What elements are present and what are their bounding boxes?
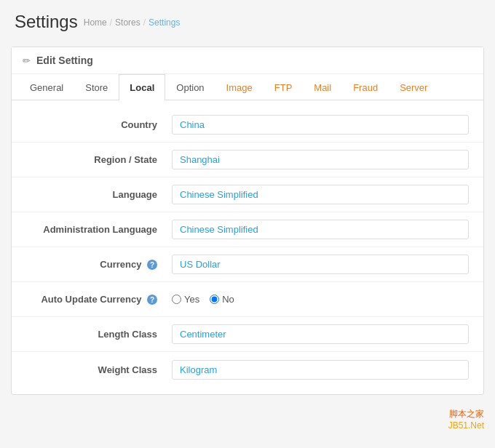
input-country[interactable] bbox=[172, 115, 469, 135]
field-currency: Currency ? bbox=[12, 247, 483, 282]
tab-server[interactable]: Server bbox=[389, 74, 438, 100]
label-currency: Currency ? bbox=[26, 259, 172, 271]
page-title: Settings bbox=[15, 12, 78, 32]
breadcrumb-sep-2: / bbox=[143, 17, 146, 28]
card-header: ✏ Edit Setting bbox=[12, 47, 483, 74]
tab-mail[interactable]: Mail bbox=[303, 74, 342, 100]
page-header: Settings Home / Stores / Settings bbox=[0, 0, 495, 39]
label-country: Country bbox=[26, 119, 172, 130]
breadcrumb: Home / Stores / Settings bbox=[84, 17, 181, 28]
field-weight-class: Weight Class bbox=[12, 352, 483, 387]
value-length-class bbox=[172, 324, 469, 344]
card-header-title: Edit Setting bbox=[36, 55, 93, 66]
radio-yes-label[interactable]: Yes bbox=[172, 294, 199, 305]
settings-card: ✏ Edit Setting General Store Local Optio… bbox=[11, 47, 484, 395]
tab-image[interactable]: Image bbox=[215, 74, 264, 100]
label-admin-language: Administration Language bbox=[26, 224, 172, 235]
input-language[interactable] bbox=[172, 185, 469, 204]
input-weight-class[interactable] bbox=[172, 360, 469, 380]
form-body: Country Region / State Language bbox=[12, 100, 483, 394]
watermark-en: JB51.Net bbox=[448, 420, 484, 431]
value-weight-class bbox=[172, 360, 469, 380]
value-language bbox=[172, 185, 469, 204]
label-auto-update: Auto Update Currency ? bbox=[26, 294, 172, 305]
field-language: Language bbox=[12, 177, 483, 212]
value-country bbox=[172, 115, 469, 135]
label-language: Language bbox=[26, 189, 172, 200]
label-length-class: Length Class bbox=[26, 329, 172, 340]
radio-group-auto-update: Yes No bbox=[172, 294, 469, 305]
radio-no-label[interactable]: No bbox=[210, 294, 234, 305]
value-auto-update: Yes No bbox=[172, 294, 469, 305]
value-admin-language bbox=[172, 220, 469, 239]
field-auto-update: Auto Update Currency ? Yes No bbox=[12, 282, 483, 317]
page-wrapper: Settings Home / Stores / Settings ✏ Edit… bbox=[0, 0, 495, 448]
currency-help-icon[interactable]: ? bbox=[147, 260, 157, 270]
value-currency bbox=[172, 255, 469, 274]
input-currency[interactable] bbox=[172, 255, 469, 274]
tab-ftp[interactable]: FTP bbox=[264, 74, 304, 100]
field-region: Region / State bbox=[12, 143, 483, 177]
input-length-class[interactable] bbox=[172, 324, 469, 344]
value-region bbox=[172, 150, 469, 169]
tabs-bar: General Store Local Option Image FTP Mai… bbox=[12, 74, 483, 100]
breadcrumb-stores[interactable]: Stores bbox=[115, 17, 140, 28]
field-country: Country bbox=[12, 108, 483, 143]
tab-local[interactable]: Local bbox=[119, 74, 165, 100]
radio-no[interactable] bbox=[210, 295, 219, 304]
tab-general[interactable]: General bbox=[19, 74, 74, 100]
tab-store[interactable]: Store bbox=[74, 74, 119, 100]
tab-option[interactable]: Option bbox=[165, 74, 215, 100]
input-admin-language[interactable] bbox=[172, 220, 469, 239]
breadcrumb-sep-1: / bbox=[110, 17, 112, 28]
watermark: 脚本之家 JB51.Net bbox=[0, 402, 495, 436]
label-weight-class: Weight Class bbox=[26, 364, 172, 375]
input-region[interactable] bbox=[172, 150, 469, 169]
field-admin-language: Administration Language bbox=[12, 212, 483, 247]
radio-yes[interactable] bbox=[172, 295, 181, 304]
pencil-icon: ✏ bbox=[23, 55, 31, 66]
auto-update-help-icon[interactable]: ? bbox=[147, 295, 157, 305]
breadcrumb-home[interactable]: Home bbox=[84, 17, 107, 28]
breadcrumb-settings: Settings bbox=[148, 17, 180, 28]
watermark-cn: 脚本之家 bbox=[449, 409, 484, 419]
label-region: Region / State bbox=[26, 154, 172, 165]
field-length-class: Length Class bbox=[12, 317, 483, 352]
tab-fraud[interactable]: Fraud bbox=[342, 74, 389, 100]
